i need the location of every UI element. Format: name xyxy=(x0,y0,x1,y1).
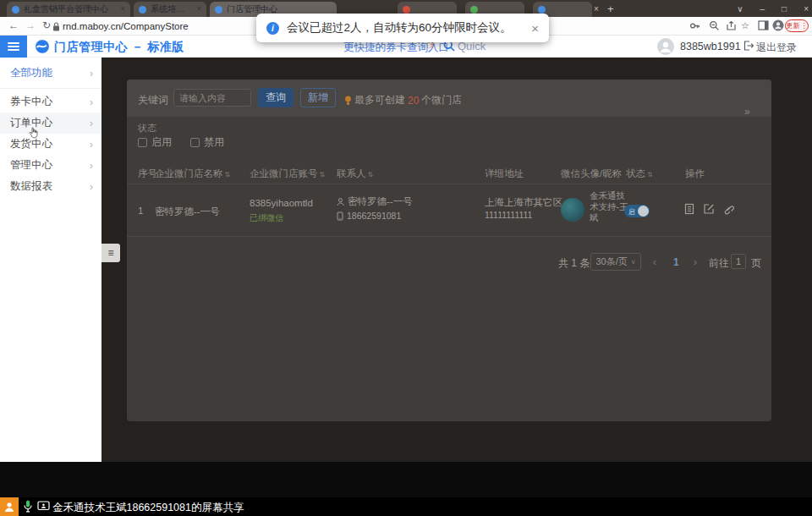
col-store-account[interactable]: 企业微门店账号⇅ xyxy=(250,167,325,180)
table-row: 1 密特罗德--一号 8385yihaomtld 已绑微信 密特罗德--一号 xyxy=(127,184,771,237)
new-tab-button[interactable]: + xyxy=(607,3,614,15)
sidebar-item-shipping-center[interactable]: 发货中心 › xyxy=(0,134,102,155)
close-window-icon[interactable]: × xyxy=(804,4,809,14)
page-size-select[interactable]: 30条/页 ∨ xyxy=(590,253,641,271)
profile-avatar-icon[interactable] xyxy=(772,19,784,31)
sort-icon: ⇅ xyxy=(368,171,374,178)
store-list-panel: 关键词 查询 新增 最多可创建 20 个微门店 » 状态 xyxy=(127,80,771,421)
sort-icon: ⇅ xyxy=(320,171,326,178)
browser-menu-caret-icon[interactable]: ∨ xyxy=(737,4,743,14)
chevron-right-icon: › xyxy=(90,118,93,129)
page-unit-label: 页 xyxy=(751,256,761,271)
sidebar-menu: 全部功能 › 券卡中心 › 订单中心 › 发货中心 › 管理中心 xyxy=(0,58,102,462)
link-icon[interactable] xyxy=(722,203,734,215)
pagination: 共 1 条 30条/页 ∨ ‹ 1 › 前往 页 xyxy=(127,252,771,272)
microphone-icon xyxy=(24,500,32,513)
total-count-label: 共 1 条 xyxy=(558,256,590,271)
key-icon[interactable] xyxy=(689,20,700,31)
store-limit-tip: 最多可创建 20 个微门店 xyxy=(344,93,462,107)
bookmark-star-icon[interactable]: ☆ xyxy=(741,20,749,31)
drawer-handle[interactable]: ≡ xyxy=(102,244,120,262)
person-icon xyxy=(337,198,344,206)
table-header: 序号 企业微门店名称⇅ 企业微门店账号⇅ 联系人⇅ 详细地址 微信头像/昵称 状… xyxy=(127,161,771,184)
toast-close-icon[interactable]: × xyxy=(531,21,539,36)
tab-close-icon[interactable]: × xyxy=(120,5,125,14)
app-logo-icon xyxy=(35,39,50,54)
store-limit-count: 20 xyxy=(408,95,419,107)
screen-share-label: 金禾通技术王斌18662591081的屏幕共享 xyxy=(52,501,244,515)
tab-favicon xyxy=(139,6,146,14)
tab-favicon xyxy=(12,6,19,14)
logout-button[interactable]: 退出登录 xyxy=(756,41,797,55)
current-page[interactable]: 1 xyxy=(673,256,679,268)
sidebar-item-management-center[interactable]: 管理中心 › xyxy=(0,155,102,176)
toggle-knob xyxy=(638,206,649,217)
detail-document-icon[interactable] xyxy=(683,203,695,215)
reload-icon[interactable]: ↻ xyxy=(42,19,51,31)
browser-tab-1[interactable]: 礼盒营销平台管理中心 × xyxy=(7,2,130,17)
tab-favicon xyxy=(538,6,546,14)
contact-phone: 18662591081 xyxy=(337,211,401,221)
back-icon[interactable]: ← xyxy=(8,19,19,31)
status-toggle-on[interactable]: 启 xyxy=(624,205,650,217)
keyword-input[interactable] xyxy=(173,89,251,107)
logout-icon[interactable] xyxy=(743,41,754,51)
tab-label: 系统培训学习 xyxy=(151,3,192,15)
tab-close-icon[interactable]: × xyxy=(594,4,599,14)
mouse-cursor-icon xyxy=(29,127,39,139)
minimize-icon[interactable]: – xyxy=(760,4,765,14)
sidebar-item-data-reports[interactable]: 数据报表 › xyxy=(0,176,102,197)
col-status[interactable]: 状态⇅ xyxy=(626,167,653,180)
web-app: 门店管理中心 － 标准版 更快捷的券卡查询入口 ☞ Quick 8385wb19… xyxy=(0,36,812,462)
status-filter-options: 启用 禁用 xyxy=(138,135,224,150)
sort-icon: ⇅ xyxy=(225,171,231,178)
chevron-right-icon: › xyxy=(90,160,93,172)
browser-tab-2[interactable]: 系统培训学习 × xyxy=(134,2,206,17)
user-avatar[interactable] xyxy=(657,38,674,55)
phone-icon xyxy=(337,211,343,221)
checkbox-disabled[interactable]: 禁用 xyxy=(190,135,224,150)
prev-page-button[interactable]: ‹ xyxy=(653,256,656,268)
more-icon: ⋮ xyxy=(801,22,808,30)
tab-favicon xyxy=(470,6,478,14)
wechat-nickname: 金禾通技术支持-王斌 xyxy=(590,190,628,223)
sidebar-item-all-functions[interactable]: 全部功能 › xyxy=(0,63,102,84)
goto-page-input[interactable] xyxy=(731,254,746,269)
zoom-icon[interactable] xyxy=(709,20,720,31)
meeting-toast: i 会议已超过2人，自动转为60分钟限时会议。 × xyxy=(256,14,549,42)
col-contact[interactable]: 联系人⇅ xyxy=(337,167,373,180)
checkbox-enabled[interactable]: 启用 xyxy=(138,135,172,150)
screen: 礼盒营销平台管理中心 × 系统培训学习 × 门店管理中心 xyxy=(0,0,812,516)
chevron-right-icon: › xyxy=(90,68,93,80)
address-line1: 上海上海市其它区 xyxy=(485,196,562,209)
edit-icon[interactable] xyxy=(703,203,715,215)
side-panel-icon[interactable] xyxy=(758,20,769,30)
chevron-right-icon: › xyxy=(90,181,93,193)
caret-down-icon: ∨ xyxy=(631,258,636,266)
page-title: 门店管理中心 － 标准版 xyxy=(54,40,184,55)
add-store-button[interactable]: 新增 xyxy=(300,88,336,107)
info-icon: i xyxy=(266,22,279,35)
username-label[interactable]: 8385wb1991 xyxy=(680,41,741,52)
tab-favicon xyxy=(215,6,222,14)
wechat-bound-badge: 已绑微信 xyxy=(250,212,283,224)
sidebar-item-order-center[interactable]: 订单中心 › xyxy=(0,113,102,134)
sidebar-item-coupon-center[interactable]: 券卡中心 › xyxy=(0,91,102,113)
toast-message: 会议已超过2人，自动转为60分钟限时会议。 xyxy=(287,20,524,36)
sort-icon: ⇅ xyxy=(647,171,653,178)
next-page-button[interactable]: › xyxy=(694,256,697,268)
chrome-update-button[interactable]: 更新 ⋮ xyxy=(785,19,809,32)
maximize-icon[interactable]: □ xyxy=(782,4,787,14)
collapse-icon[interactable]: » xyxy=(744,106,750,118)
address-line2: 11111111111 xyxy=(485,210,532,220)
url-text[interactable]: rnd.maboy.cn/CompanyStore xyxy=(63,21,189,31)
col-store-name[interactable]: 企业微门店名称⇅ xyxy=(155,167,230,180)
tab-close-icon[interactable]: × xyxy=(196,5,201,14)
menu-icon: ≡ xyxy=(107,247,113,259)
main-content: ≡ 关键词 查询 新增 最多可创建 20 个微门店 xyxy=(102,58,812,462)
hamburger-menu-button[interactable] xyxy=(0,36,27,58)
screen-share-icon xyxy=(37,501,50,512)
search-button[interactable]: 查询 xyxy=(258,88,294,107)
share-icon[interactable] xyxy=(726,20,737,31)
forward-icon[interactable]: → xyxy=(25,19,36,31)
